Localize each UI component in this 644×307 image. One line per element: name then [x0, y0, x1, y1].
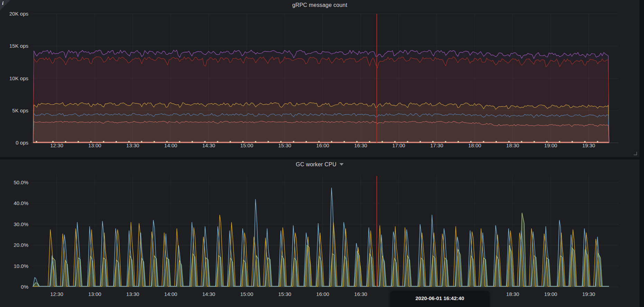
- event-dot: [445, 141, 446, 142]
- y-tick-label: 15K ops: [1, 43, 28, 49]
- y-tick-label: 0 ops: [1, 140, 28, 146]
- y-tick-label: 30.0%: [1, 221, 28, 227]
- event-dot: [521, 141, 522, 142]
- event-dot: [331, 141, 332, 142]
- x-tick-label: 19:00: [544, 142, 557, 148]
- event-dot: [103, 141, 104, 142]
- x-tick-label: 13:30: [126, 291, 139, 297]
- event-dot: [65, 141, 66, 142]
- event-dot: [381, 141, 383, 142]
- x-tick-label: 14:00: [164, 142, 178, 148]
- x-tick-label: 18:30: [506, 291, 519, 297]
- y-tick-label: 20K ops: [1, 11, 28, 17]
- x-tick-label: 16:00: [316, 291, 329, 297]
- event-dot: [229, 141, 231, 142]
- x-tick-label: 17:00: [392, 142, 405, 148]
- event-dot: [78, 141, 79, 142]
- x-tick-label: 12:30: [50, 291, 63, 297]
- resize-corner-icon[interactable]: [634, 152, 637, 155]
- event-dot: [344, 141, 345, 142]
- gc-cpu-chart-svg: [0, 159, 640, 307]
- event-dot: [534, 141, 535, 142]
- panel-gc-worker-cpu: GC worker CPU 0%10.0%20.0%30.0%40.0%50.0…: [0, 159, 640, 307]
- x-tick-label: 14:30: [202, 142, 215, 148]
- x-tick-label: 15:00: [240, 142, 253, 148]
- x-tick-label: 16:00: [316, 142, 329, 148]
- grpc-chart-svg: [0, 0, 640, 157]
- event-dot: [419, 141, 421, 142]
- event-dot: [154, 141, 155, 142]
- x-tick-label: 15:30: [278, 291, 291, 297]
- event-dot: [571, 141, 573, 142]
- event-dot: [496, 141, 497, 142]
- x-tick-label: 18:00: [468, 142, 481, 148]
- event-dot: [36, 141, 37, 142]
- x-tick-label: 17:30: [430, 142, 443, 148]
- event-dot: [457, 141, 459, 142]
- event-dot: [191, 141, 193, 142]
- y-tick-label: 50.0%: [1, 179, 28, 185]
- y-tick-label: 0%: [1, 284, 28, 290]
- event-dot: [306, 141, 307, 142]
- annotation-tooltip-text: 2020-06-01 16:42:40: [416, 295, 464, 301]
- x-tick-label: 13:00: [88, 142, 101, 148]
- x-tick-label: 16:30: [354, 291, 368, 297]
- y-tick-label: 10K ops: [1, 75, 28, 81]
- event-dot: [483, 141, 484, 142]
- event-dot: [141, 141, 142, 142]
- panel-grpc-message-count: i gRPC message count 0 ops5K ops10K ops1…: [0, 0, 640, 157]
- x-tick-label: 19:30: [582, 142, 595, 148]
- y-tick-label: 20.0%: [1, 242, 28, 248]
- y-tick-label: 5K ops: [1, 108, 28, 113]
- x-tick-label: 14:30: [202, 291, 215, 297]
- x-tick-label: 15:00: [240, 291, 253, 297]
- x-tick-label: 19:00: [544, 291, 557, 297]
- event-dot: [597, 141, 598, 142]
- y-tick-label: 10.0%: [1, 263, 28, 269]
- event-dot: [217, 141, 218, 142]
- event-dot: [179, 141, 180, 142]
- x-tick-label: 18:30: [506, 142, 519, 148]
- event-dot: [369, 141, 370, 142]
- x-tick-label: 12:30: [50, 142, 63, 148]
- x-tick-label: 19:30: [582, 291, 595, 297]
- event-dot: [267, 141, 269, 142]
- x-tick-label: 13:30: [126, 142, 139, 148]
- event-dot: [293, 141, 294, 142]
- event-dot: [559, 141, 560, 142]
- event-dot: [407, 141, 408, 142]
- event-dot: [116, 141, 117, 142]
- annotation-tooltip: 2020-06-01 16:42:40: [390, 291, 489, 307]
- x-tick-label: 13:00: [88, 291, 101, 297]
- x-tick-label: 16:30: [354, 142, 368, 148]
- x-tick-label: 14:00: [164, 291, 178, 297]
- x-tick-label: 15:30: [278, 142, 291, 148]
- event-dot: [255, 141, 256, 142]
- y-tick-label: 40.0%: [1, 200, 28, 206]
